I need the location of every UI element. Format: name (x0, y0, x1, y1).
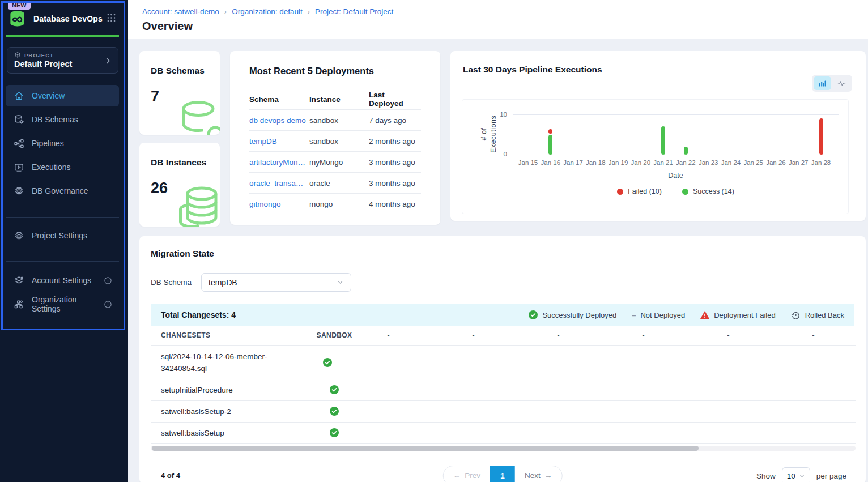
check-circle-icon (330, 407, 339, 416)
chart-title: Last 30 Days Pipeline Executions (463, 65, 866, 75)
migration-title: Migration State (151, 249, 854, 259)
table-row: tempDB sandbox 2 months ago (249, 131, 421, 152)
sidebar-item-project-settings[interactable]: Project Settings (6, 225, 119, 246)
legend-not-deployed: – Not Deployed (632, 311, 685, 319)
main-area: Account: satwell-demo › Organization: de… (128, 0, 868, 482)
sidebar-item-label: Project Settings (32, 231, 87, 240)
schema-link[interactable]: oracle_transact... (249, 179, 309, 187)
chart-bar (661, 126, 665, 155)
page-size-select[interactable]: 10 (782, 467, 810, 482)
chevron-down-icon (337, 279, 344, 286)
stat-title: DB Instances (151, 157, 220, 168)
page-1-button[interactable]: 1 (490, 466, 515, 482)
table-row: satwell:basisSetup-2 (151, 400, 856, 422)
sidebar-item-db-governance[interactable]: DB Governance (6, 180, 119, 202)
bar-chart-icon[interactable] (814, 76, 831, 90)
sidebar-item-label: Organization Settings (32, 295, 96, 313)
org-chart-gear-icon (14, 299, 24, 310)
schema-link[interactable]: db devops demo (249, 116, 309, 125)
sidebar-item-db-schemas[interactable]: DB Schemas (6, 109, 119, 130)
table-row: db devops demo sandbox 7 days ago (249, 110, 421, 131)
chevron-down-icon (799, 473, 805, 479)
changesets-table: CHANGESETS SANDBOX - - - - - - sql/2024-… (151, 326, 856, 444)
chart-type-toggle (812, 75, 852, 92)
pipeline-icon (14, 138, 24, 149)
sidebar-item-account-settings[interactable]: Account Settings (6, 270, 119, 291)
prev-button[interactable]: ← Prev (444, 466, 490, 482)
line-chart-icon[interactable] (833, 76, 850, 90)
x-axis-tick: Jan 22 (676, 159, 696, 166)
column-header: - (802, 326, 856, 345)
gear-icon (14, 186, 24, 197)
database-stack-outline-icon (173, 185, 220, 227)
sidebar-item-overview[interactable]: Overview (6, 85, 119, 106)
breadcrumb-project[interactable]: Project: Default Project (315, 7, 393, 16)
legend-item-failed: Failed (10) (617, 187, 662, 195)
x-axis-line (513, 155, 839, 155)
changesets-table-wrap: CHANGESETS SANDBOX - - - - - - sql/2024-… (151, 326, 856, 444)
schema-link[interactable]: artifactoryMongo (249, 158, 309, 167)
breadcrumb: Account: satwell-demo › Organization: de… (142, 7, 868, 16)
status-legend: Successfully Deployed – Not Deployed Dep… (529, 310, 844, 320)
table-row: oracle_transact... oracle 3 months ago (249, 173, 421, 194)
project-name: Default Project (14, 59, 112, 69)
table-row: artifactoryMongo myMongo 3 months ago (249, 152, 421, 173)
db-schemas-card: DB Schemas 7 (139, 51, 220, 135)
breadcrumb-separator: › (224, 7, 227, 16)
schema-link[interactable]: tempDB (249, 137, 309, 146)
info-icon[interactable] (104, 300, 112, 309)
changeset-cell: setupInitialProcedure (151, 379, 292, 400)
last-deployed-cell: 2 months ago (369, 137, 421, 146)
failed-dot-icon (617, 189, 623, 195)
page-title: Overview (142, 20, 868, 33)
deployments-title: Most Recent 5 Deployments (249, 66, 421, 76)
column-header: Schema (249, 95, 309, 104)
schema-link[interactable]: gitmongo (249, 200, 309, 208)
x-axis-tick: Jan 16 (541, 159, 561, 166)
breadcrumb-organization[interactable]: Organization: default (232, 7, 303, 16)
content-area: DB Schemas 7 DB Instances 26 (128, 39, 868, 482)
page-size-value: 10 (787, 472, 795, 480)
breadcrumb-account[interactable]: Account: satwell-demo (142, 7, 219, 16)
breadcrumb-separator: › (308, 7, 310, 16)
show-label: Show (756, 472, 776, 480)
last-deployed-cell: 3 months ago (369, 179, 421, 187)
play-square-icon (14, 162, 24, 173)
y-axis-tick: 0 (492, 151, 507, 157)
chart-bar (548, 135, 552, 155)
check-circle-icon (330, 428, 339, 437)
database-icon (14, 114, 24, 125)
sidebar-item-pipelines[interactable]: Pipelines (6, 133, 119, 154)
layers-gear-icon (14, 275, 24, 286)
last-deployed-cell: 4 months ago (369, 200, 421, 208)
sidebar-item-organization-settings[interactable]: Organization Settings (6, 293, 119, 315)
table-row: sql/2024-10-14-12-06-member-34240854.sql (151, 345, 856, 379)
next-button[interactable]: Next → (515, 466, 561, 482)
column-header-changesets: CHANGESETS (151, 326, 292, 345)
sidebar-item-label: Pipelines (32, 139, 64, 148)
migration-state-card: Migration State DB Schema tempDB Total C… (139, 236, 866, 482)
x-axis-tick: Jan 19 (609, 159, 628, 166)
table-row: satwell:basisSetup (151, 422, 856, 443)
apps-grid-icon[interactable] (106, 12, 117, 25)
x-axis-tick: Jan 26 (766, 159, 786, 166)
scrollbar-thumb[interactable] (152, 446, 699, 451)
chart-bars (513, 114, 839, 155)
total-changesets: Total Changesets: 4 (161, 310, 236, 319)
arrow-left-icon: ← (453, 471, 461, 480)
project-selector[interactable]: PROJECT Default Project (7, 47, 118, 74)
sidebar-item-executions[interactable]: Executions (6, 156, 119, 178)
info-icon[interactable] (104, 276, 112, 285)
gear-icon (14, 231, 24, 241)
chart-legend: Failed (10) Success (14) (513, 187, 839, 195)
sidebar-item-label: Account Settings (32, 276, 91, 285)
column-header-sandbox: SANDBOX (292, 326, 377, 345)
horizontal-scrollbar (151, 445, 856, 451)
column-header: - (377, 326, 462, 345)
last-deployed-cell: 7 days ago (369, 116, 421, 125)
db-schema-select[interactable]: tempDB (201, 273, 351, 292)
check-circle-icon (323, 358, 332, 367)
db-schema-label: DB Schema (151, 278, 192, 287)
sidebar: NEW Database DevOps PROJECT Default Proj… (0, 0, 128, 482)
sidebar-accent-rule (6, 35, 119, 37)
